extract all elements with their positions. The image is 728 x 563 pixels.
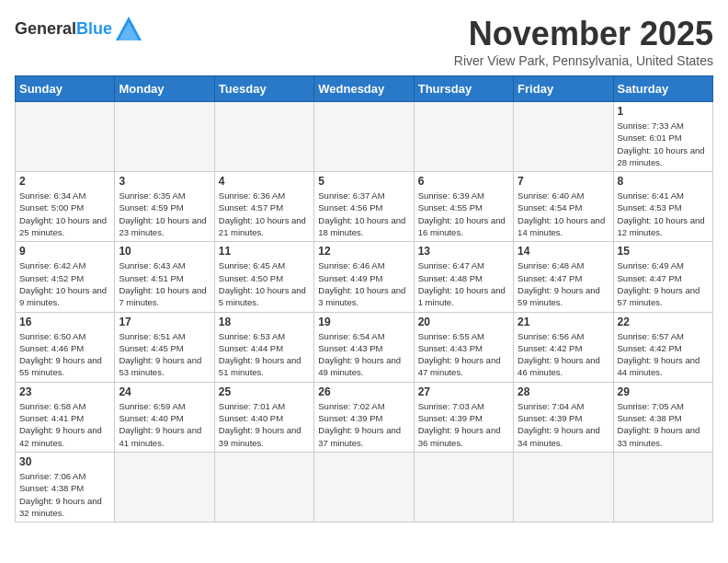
logo-icon <box>116 17 142 40</box>
weekday-header-wednesday: Wednesday <box>314 76 414 102</box>
weekday-header-tuesday: Tuesday <box>214 76 313 102</box>
calendar-cell <box>115 102 214 172</box>
calendar-cell: 16Sunrise: 6:50 AM Sunset: 4:46 PM Dayli… <box>16 312 115 382</box>
calendar-cell <box>314 452 414 522</box>
calendar-cell: 19Sunrise: 6:54 AM Sunset: 4:43 PM Dayli… <box>314 312 414 382</box>
day-number: 18 <box>219 316 310 328</box>
logo: GeneralBlue <box>15 15 142 44</box>
calendar-cell: 15Sunrise: 6:49 AM Sunset: 4:47 PM Dayli… <box>613 242 712 312</box>
day-number: 1 <box>618 105 709 118</box>
calendar-table: SundayMondayTuesdayWednesdayThursdayFrid… <box>15 75 713 523</box>
day-info: Sunrise: 7:33 AM Sunset: 6:01 PM Dayligh… <box>618 120 709 168</box>
day-number: 6 <box>418 175 509 188</box>
calendar-cell: 2Sunrise: 6:34 AM Sunset: 5:00 PM Daylig… <box>16 172 115 242</box>
page-header: GeneralBlue November 2025 River View Par… <box>15 15 713 68</box>
calendar-cell: 29Sunrise: 7:05 AM Sunset: 4:38 PM Dayli… <box>613 382 712 452</box>
day-number: 7 <box>518 175 609 188</box>
day-number: 19 <box>318 316 409 328</box>
calendar-cell: 12Sunrise: 6:46 AM Sunset: 4:49 PM Dayli… <box>314 242 414 312</box>
day-info: Sunrise: 6:35 AM Sunset: 4:59 PM Dayligh… <box>119 190 210 238</box>
calendar-cell <box>115 452 214 522</box>
calendar-week-row: 1Sunrise: 7:33 AM Sunset: 6:01 PM Daylig… <box>16 102 713 172</box>
calendar-cell: 28Sunrise: 7:04 AM Sunset: 4:39 PM Dayli… <box>514 382 613 452</box>
day-info: Sunrise: 6:46 AM Sunset: 4:49 PM Dayligh… <box>318 259 409 308</box>
calendar-week-row: 2Sunrise: 6:34 AM Sunset: 5:00 PM Daylig… <box>16 172 713 242</box>
day-number: 9 <box>19 245 110 258</box>
day-number: 22 <box>618 316 709 328</box>
calendar-cell: 6Sunrise: 6:39 AM Sunset: 4:55 PM Daylig… <box>414 172 513 242</box>
day-number: 28 <box>518 385 609 398</box>
calendar-cell: 10Sunrise: 6:43 AM Sunset: 4:51 PM Dayli… <box>115 242 214 312</box>
day-number: 2 <box>19 175 110 188</box>
day-info: Sunrise: 6:41 AM Sunset: 4:53 PM Dayligh… <box>618 190 709 238</box>
calendar-cell: 1Sunrise: 7:33 AM Sunset: 6:01 PM Daylig… <box>613 102 712 172</box>
day-info: Sunrise: 6:56 AM Sunset: 4:42 PM Dayligh… <box>518 330 609 379</box>
day-info: Sunrise: 7:03 AM Sunset: 4:39 PM Dayligh… <box>418 400 509 449</box>
calendar-week-row: 30Sunrise: 7:06 AM Sunset: 4:38 PM Dayli… <box>16 452 713 522</box>
calendar-cell: 20Sunrise: 6:55 AM Sunset: 4:43 PM Dayli… <box>414 312 513 382</box>
calendar-cell: 7Sunrise: 6:40 AM Sunset: 4:54 PM Daylig… <box>514 172 613 242</box>
day-info: Sunrise: 6:42 AM Sunset: 4:52 PM Dayligh… <box>19 259 110 308</box>
day-number: 3 <box>119 175 210 188</box>
weekday-header-monday: Monday <box>115 76 214 102</box>
calendar-cell <box>414 102 513 172</box>
calendar-cell: 21Sunrise: 6:56 AM Sunset: 4:42 PM Dayli… <box>514 312 613 382</box>
calendar-week-row: 16Sunrise: 6:50 AM Sunset: 4:46 PM Dayli… <box>16 312 713 382</box>
day-info: Sunrise: 6:57 AM Sunset: 4:42 PM Dayligh… <box>618 330 709 379</box>
day-number: 14 <box>518 245 609 258</box>
day-number: 17 <box>119 316 210 328</box>
day-info: Sunrise: 6:58 AM Sunset: 4:41 PM Dayligh… <box>19 400 110 449</box>
day-info: Sunrise: 6:40 AM Sunset: 4:54 PM Dayligh… <box>518 190 609 238</box>
day-info: Sunrise: 7:06 AM Sunset: 4:38 PM Dayligh… <box>19 470 110 519</box>
title-area: November 2025 River View Park, Pennsylva… <box>454 15 713 68</box>
day-number: 15 <box>618 245 709 258</box>
calendar-cell: 13Sunrise: 6:47 AM Sunset: 4:48 PM Dayli… <box>414 242 513 312</box>
day-number: 10 <box>119 245 210 258</box>
weekday-header-friday: Friday <box>514 76 613 102</box>
day-number: 27 <box>418 385 509 398</box>
day-info: Sunrise: 7:01 AM Sunset: 4:40 PM Dayligh… <box>219 400 310 449</box>
calendar-cell: 30Sunrise: 7:06 AM Sunset: 4:38 PM Dayli… <box>16 452 115 522</box>
calendar-cell <box>514 452 613 522</box>
day-number: 24 <box>119 385 210 398</box>
day-info: Sunrise: 6:49 AM Sunset: 4:47 PM Dayligh… <box>618 259 709 308</box>
calendar-week-row: 23Sunrise: 6:58 AM Sunset: 4:41 PM Dayli… <box>16 382 713 452</box>
calendar-cell <box>16 102 115 172</box>
day-info: Sunrise: 6:37 AM Sunset: 4:56 PM Dayligh… <box>318 190 409 238</box>
weekday-header-sunday: Sunday <box>16 76 115 102</box>
day-info: Sunrise: 6:36 AM Sunset: 4:57 PM Dayligh… <box>219 190 310 238</box>
day-number: 5 <box>318 175 409 188</box>
calendar-cell: 26Sunrise: 7:02 AM Sunset: 4:39 PM Dayli… <box>314 382 414 452</box>
day-number: 21 <box>518 316 609 328</box>
calendar-cell <box>613 452 712 522</box>
day-info: Sunrise: 6:59 AM Sunset: 4:40 PM Dayligh… <box>119 400 210 449</box>
day-number: 26 <box>318 385 409 398</box>
month-title: November 2025 <box>454 15 713 53</box>
day-number: 13 <box>418 245 509 258</box>
day-number: 4 <box>219 175 310 188</box>
calendar-cell: 25Sunrise: 7:01 AM Sunset: 4:40 PM Dayli… <box>214 382 313 452</box>
day-number: 30 <box>19 455 110 468</box>
calendar-cell <box>214 452 313 522</box>
day-number: 8 <box>618 175 709 188</box>
day-info: Sunrise: 6:45 AM Sunset: 4:50 PM Dayligh… <box>219 259 310 308</box>
calendar-cell <box>214 102 313 172</box>
calendar-cell: 8Sunrise: 6:41 AM Sunset: 4:53 PM Daylig… <box>613 172 712 242</box>
calendar-cell: 17Sunrise: 6:51 AM Sunset: 4:45 PM Dayli… <box>115 312 214 382</box>
calendar-cell: 22Sunrise: 6:57 AM Sunset: 4:42 PM Dayli… <box>613 312 712 382</box>
logo-line1: GeneralBlue <box>15 20 112 39</box>
day-number: 23 <box>19 385 110 398</box>
day-info: Sunrise: 6:55 AM Sunset: 4:43 PM Dayligh… <box>418 330 509 379</box>
calendar-cell <box>314 102 414 172</box>
logo-blue: Blue <box>76 19 112 38</box>
day-info: Sunrise: 6:51 AM Sunset: 4:45 PM Dayligh… <box>119 330 210 379</box>
weekday-header-thursday: Thursday <box>414 76 513 102</box>
day-info: Sunrise: 7:02 AM Sunset: 4:39 PM Dayligh… <box>318 400 409 449</box>
day-info: Sunrise: 6:39 AM Sunset: 4:55 PM Dayligh… <box>418 190 509 238</box>
day-number: 11 <box>219 245 310 258</box>
day-info: Sunrise: 6:47 AM Sunset: 4:48 PM Dayligh… <box>418 259 509 308</box>
calendar-cell: 14Sunrise: 6:48 AM Sunset: 4:47 PM Dayli… <box>514 242 613 312</box>
day-number: 25 <box>219 385 310 398</box>
day-info: Sunrise: 6:43 AM Sunset: 4:51 PM Dayligh… <box>119 259 210 308</box>
calendar-cell: 27Sunrise: 7:03 AM Sunset: 4:39 PM Dayli… <box>414 382 513 452</box>
